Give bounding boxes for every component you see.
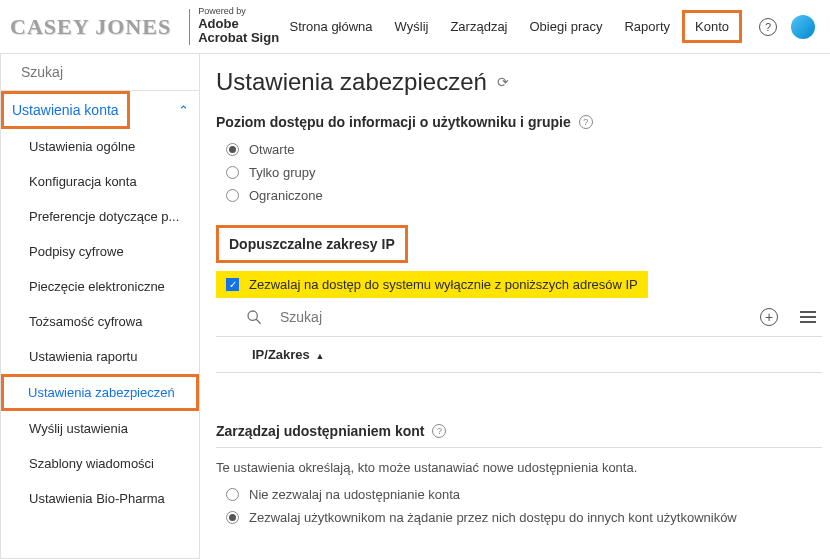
ip-column-label: IP/Zakres: [252, 347, 310, 362]
checkbox-label: Zezwalaj na dostęp do systemu wyłącznie …: [249, 277, 638, 292]
sidebar-item-send[interactable]: Wyślij ustawienia: [1, 411, 199, 446]
app-header: CASEY JONES Powered by Adobe Acrobat Sig…: [0, 0, 830, 54]
info-icon[interactable]: ?: [432, 424, 446, 438]
brand-line2: Acrobat Sign: [198, 31, 279, 45]
separator: [216, 447, 822, 448]
ip-section-heading-box: Dopuszczalne zakresy IP: [216, 225, 408, 263]
radio-label: Nie zezwalaj na udostępnianie konta: [249, 487, 460, 502]
ip-search-input[interactable]: [280, 309, 750, 325]
sidebar-item-report[interactable]: Ustawienia raportu: [1, 339, 199, 374]
access-option-groups[interactable]: Tylko grupy: [216, 161, 822, 184]
page-title: Ustawienia zabezpieczeń: [216, 68, 487, 96]
radio-icon: [226, 488, 239, 501]
sidebar-item-digital-id[interactable]: Tożsamość cyfrowa: [1, 304, 199, 339]
radio-label: Zezwalaj użytkownikom na żądanie przez n…: [249, 510, 737, 525]
page-title-row: Ustawienia zabezpieczeń ⟳: [216, 68, 822, 96]
sidebar-section-label: Ustawienia konta: [1, 91, 130, 129]
nav-home[interactable]: Strona główna: [279, 13, 382, 40]
nav-account[interactable]: Konto: [682, 10, 742, 43]
svg-point-2: [248, 311, 257, 320]
radio-label: Otwarte: [249, 142, 295, 157]
help-icon[interactable]: ?: [759, 18, 777, 36]
svg-line-3: [256, 319, 261, 324]
access-level-heading-row: Poziom dostępu do informacji o użytkowni…: [216, 114, 822, 130]
ip-column-header[interactable]: IP/Zakres ▲: [216, 336, 822, 373]
sidebar-item-preferences[interactable]: Preferencje dotyczące p...: [1, 199, 199, 234]
brand-line1: Adobe: [198, 17, 279, 31]
sidebar-item-biopharma[interactable]: Ustawienia Bio-Pharma: [1, 481, 199, 516]
sharing-option-deny[interactable]: Nie zezwalaj na udostępnianie konta: [216, 483, 822, 506]
sort-asc-icon: ▲: [315, 351, 324, 361]
main-content: Ustawienia zabezpieczeń ⟳ Poziom dostępu…: [200, 54, 830, 559]
access-option-open[interactable]: Otwarte: [216, 138, 822, 161]
nav-manage[interactable]: Zarządzaj: [440, 13, 517, 40]
powered-by: Powered by Adobe Acrobat Sign: [198, 7, 279, 45]
sidebar-search-input[interactable]: [21, 64, 196, 80]
search-icon: [246, 309, 262, 325]
ip-allow-checkbox-row[interactable]: ✓ Zezwalaj na dostęp do systemu wyłączni…: [216, 271, 648, 298]
ip-toolbar: +: [216, 306, 822, 332]
top-nav: Strona główna Wyślij Zarządzaj Obiegi pr…: [279, 10, 815, 43]
sharing-heading: Zarządzaj udostępnianiem kont: [216, 423, 424, 439]
menu-icon[interactable]: [798, 309, 818, 325]
chevron-up-icon[interactable]: ⌃: [168, 99, 199, 122]
sidebar-item-digital-sign[interactable]: Podpisy cyfrowe: [1, 234, 199, 269]
sidebar-item-general[interactable]: Ustawienia ogólne: [1, 129, 199, 164]
sidebar-section-header[interactable]: Ustawienia konta ⌃: [1, 91, 199, 129]
radio-icon: [226, 166, 239, 179]
sidebar-item-templates[interactable]: Szablony wiadomości: [1, 446, 199, 481]
sharing-heading-row: Zarządzaj udostępnianiem kont ?: [216, 423, 822, 439]
access-level-heading: Poziom dostępu do informacji o użytkowni…: [216, 114, 571, 130]
sidebar: Ustawienia konta ⌃ Ustawienia ogólne Kon…: [0, 54, 200, 559]
brand-logo: CASEY JONES: [0, 14, 181, 40]
checkbox-icon: ✓: [226, 278, 239, 291]
radio-icon: [226, 189, 239, 202]
nav-send[interactable]: Wyślij: [385, 13, 439, 40]
sidebar-items: Ustawienia ogólne Konfiguracja konta Pre…: [1, 129, 199, 558]
radio-icon: [226, 143, 239, 156]
header-divider: [189, 9, 190, 45]
sharing-desc: Te ustawienia określają, kto może ustana…: [216, 458, 822, 483]
sharing-option-allow-request[interactable]: Zezwalaj użytkownikom na żądanie przez n…: [216, 506, 822, 529]
radio-label: Tylko grupy: [249, 165, 315, 180]
add-ip-button[interactable]: +: [760, 308, 778, 326]
sidebar-item-seals[interactable]: Pieczęcie elektroniczne: [1, 269, 199, 304]
avatar[interactable]: [791, 15, 815, 39]
info-icon[interactable]: ?: [579, 115, 593, 129]
nav-workflows[interactable]: Obiegi pracy: [520, 13, 613, 40]
sidebar-item-account-config[interactable]: Konfiguracja konta: [1, 164, 199, 199]
nav-reports[interactable]: Raporty: [614, 13, 680, 40]
refresh-icon[interactable]: ⟳: [497, 74, 509, 90]
ip-section-heading: Dopuszczalne zakresy IP: [229, 236, 395, 252]
radio-icon: [226, 511, 239, 524]
radio-label: Ograniczone: [249, 188, 323, 203]
sidebar-item-security[interactable]: Ustawienia zabezpieczeń: [1, 374, 199, 411]
access-option-limited[interactable]: Ograniczone: [216, 184, 822, 207]
sidebar-search[interactable]: [1, 54, 199, 91]
